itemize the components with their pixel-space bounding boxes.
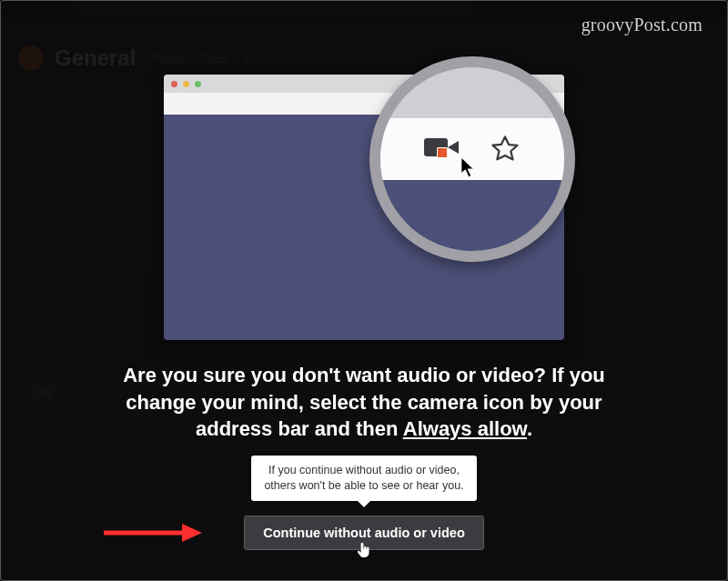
traffic-light-close-icon: [171, 81, 177, 87]
magnifier-lens: [369, 56, 575, 262]
annotation-arrow-icon: [102, 522, 202, 544]
magnifier-inner: [380, 67, 564, 251]
permission-modal-overlay: groovyPost.com: [0, 0, 728, 581]
hand-pointer-icon: [357, 542, 371, 562]
prompt-line: .: [527, 417, 532, 440]
camera-blocked-icon: [424, 137, 459, 161]
continue-without-av-button[interactable]: Continue without audio or video: [244, 516, 484, 550]
browser-illustration: [164, 75, 564, 340]
prompt-heading: Are you sure you don't want audio or vid…: [123, 362, 605, 443]
tooltip-line: others won't be able to see or hear you.: [264, 479, 463, 492]
prompt-underlined: Always allow: [403, 417, 527, 440]
svg-marker-1: [182, 524, 202, 542]
mouse-pointer-icon: [460, 156, 477, 180]
traffic-light-min-icon: [183, 81, 189, 87]
tooltip-line: If you continue without audio or video,: [268, 464, 460, 476]
tooltip: If you continue without audio or video, …: [251, 456, 476, 501]
bookmark-star-icon: [490, 134, 521, 165]
prompt-line: address bar and then: [196, 417, 403, 440]
cta-label: Continue without audio or video: [263, 526, 465, 540]
watermark: groovyPost.com: [581, 15, 703, 35]
traffic-light-max-icon: [195, 81, 201, 87]
prompt-line: Are you sure you don't want audio or vid…: [123, 364, 605, 386]
prompt-line: change your mind, select the camera icon…: [126, 391, 602, 414]
